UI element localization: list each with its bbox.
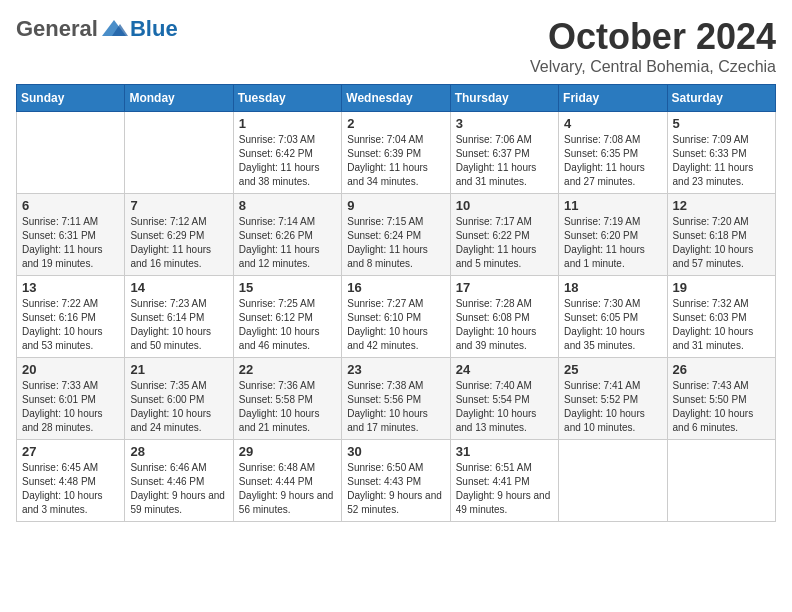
day-number: 12 [673, 198, 770, 213]
location-subtitle: Velvary, Central Bohemia, Czechia [530, 58, 776, 76]
calendar-cell: 3Sunrise: 7:06 AM Sunset: 6:37 PM Daylig… [450, 112, 558, 194]
day-number: 16 [347, 280, 444, 295]
calendar-cell: 6Sunrise: 7:11 AM Sunset: 6:31 PM Daylig… [17, 194, 125, 276]
calendar-cell: 9Sunrise: 7:15 AM Sunset: 6:24 PM Daylig… [342, 194, 450, 276]
calendar-cell: 27Sunrise: 6:45 AM Sunset: 4:48 PM Dayli… [17, 440, 125, 522]
calendar-cell: 16Sunrise: 7:27 AM Sunset: 6:10 PM Dayli… [342, 276, 450, 358]
calendar-table: SundayMondayTuesdayWednesdayThursdayFrid… [16, 84, 776, 522]
day-info: Sunrise: 6:46 AM Sunset: 4:46 PM Dayligh… [130, 461, 227, 517]
day-number: 2 [347, 116, 444, 131]
day-info: Sunrise: 7:35 AM Sunset: 6:00 PM Dayligh… [130, 379, 227, 435]
calendar-cell: 1Sunrise: 7:03 AM Sunset: 6:42 PM Daylig… [233, 112, 341, 194]
day-info: Sunrise: 7:19 AM Sunset: 6:20 PM Dayligh… [564, 215, 661, 271]
calendar-cell: 14Sunrise: 7:23 AM Sunset: 6:14 PM Dayli… [125, 276, 233, 358]
calendar-cell [559, 440, 667, 522]
day-number: 11 [564, 198, 661, 213]
calendar-cell: 18Sunrise: 7:30 AM Sunset: 6:05 PM Dayli… [559, 276, 667, 358]
calendar-cell: 22Sunrise: 7:36 AM Sunset: 5:58 PM Dayli… [233, 358, 341, 440]
day-number: 25 [564, 362, 661, 377]
day-info: Sunrise: 7:36 AM Sunset: 5:58 PM Dayligh… [239, 379, 336, 435]
day-info: Sunrise: 7:20 AM Sunset: 6:18 PM Dayligh… [673, 215, 770, 271]
calendar-week-row: 20Sunrise: 7:33 AM Sunset: 6:01 PM Dayli… [17, 358, 776, 440]
calendar-cell: 5Sunrise: 7:09 AM Sunset: 6:33 PM Daylig… [667, 112, 775, 194]
day-number: 20 [22, 362, 119, 377]
calendar-cell [125, 112, 233, 194]
calendar-cell: 12Sunrise: 7:20 AM Sunset: 6:18 PM Dayli… [667, 194, 775, 276]
day-info: Sunrise: 6:48 AM Sunset: 4:44 PM Dayligh… [239, 461, 336, 517]
day-number: 18 [564, 280, 661, 295]
calendar-cell: 23Sunrise: 7:38 AM Sunset: 5:56 PM Dayli… [342, 358, 450, 440]
calendar-cell: 17Sunrise: 7:28 AM Sunset: 6:08 PM Dayli… [450, 276, 558, 358]
weekday-header-row: SundayMondayTuesdayWednesdayThursdayFrid… [17, 85, 776, 112]
day-info: Sunrise: 7:14 AM Sunset: 6:26 PM Dayligh… [239, 215, 336, 271]
day-info: Sunrise: 7:11 AM Sunset: 6:31 PM Dayligh… [22, 215, 119, 271]
day-info: Sunrise: 7:17 AM Sunset: 6:22 PM Dayligh… [456, 215, 553, 271]
title-area: October 2024 Velvary, Central Bohemia, C… [530, 16, 776, 76]
day-number: 31 [456, 444, 553, 459]
calendar-cell: 28Sunrise: 6:46 AM Sunset: 4:46 PM Dayli… [125, 440, 233, 522]
calendar-week-row: 1Sunrise: 7:03 AM Sunset: 6:42 PM Daylig… [17, 112, 776, 194]
day-info: Sunrise: 7:04 AM Sunset: 6:39 PM Dayligh… [347, 133, 444, 189]
day-info: Sunrise: 7:06 AM Sunset: 6:37 PM Dayligh… [456, 133, 553, 189]
day-info: Sunrise: 7:08 AM Sunset: 6:35 PM Dayligh… [564, 133, 661, 189]
calendar-week-row: 27Sunrise: 6:45 AM Sunset: 4:48 PM Dayli… [17, 440, 776, 522]
calendar-cell: 29Sunrise: 6:48 AM Sunset: 4:44 PM Dayli… [233, 440, 341, 522]
day-number: 15 [239, 280, 336, 295]
day-number: 10 [456, 198, 553, 213]
day-info: Sunrise: 7:38 AM Sunset: 5:56 PM Dayligh… [347, 379, 444, 435]
day-info: Sunrise: 6:51 AM Sunset: 4:41 PM Dayligh… [456, 461, 553, 517]
day-number: 6 [22, 198, 119, 213]
day-number: 13 [22, 280, 119, 295]
day-info: Sunrise: 7:22 AM Sunset: 6:16 PM Dayligh… [22, 297, 119, 353]
day-info: Sunrise: 7:32 AM Sunset: 6:03 PM Dayligh… [673, 297, 770, 353]
day-number: 1 [239, 116, 336, 131]
calendar-week-row: 6Sunrise: 7:11 AM Sunset: 6:31 PM Daylig… [17, 194, 776, 276]
calendar-cell: 21Sunrise: 7:35 AM Sunset: 6:00 PM Dayli… [125, 358, 233, 440]
day-info: Sunrise: 7:40 AM Sunset: 5:54 PM Dayligh… [456, 379, 553, 435]
logo-general: General [16, 16, 98, 42]
day-info: Sunrise: 7:15 AM Sunset: 6:24 PM Dayligh… [347, 215, 444, 271]
calendar-cell: 26Sunrise: 7:43 AM Sunset: 5:50 PM Dayli… [667, 358, 775, 440]
day-info: Sunrise: 6:50 AM Sunset: 4:43 PM Dayligh… [347, 461, 444, 517]
day-number: 9 [347, 198, 444, 213]
day-info: Sunrise: 7:30 AM Sunset: 6:05 PM Dayligh… [564, 297, 661, 353]
calendar-cell: 31Sunrise: 6:51 AM Sunset: 4:41 PM Dayli… [450, 440, 558, 522]
day-number: 3 [456, 116, 553, 131]
weekday-header-sunday: Sunday [17, 85, 125, 112]
day-info: Sunrise: 7:09 AM Sunset: 6:33 PM Dayligh… [673, 133, 770, 189]
calendar-cell: 7Sunrise: 7:12 AM Sunset: 6:29 PM Daylig… [125, 194, 233, 276]
calendar-cell: 2Sunrise: 7:04 AM Sunset: 6:39 PM Daylig… [342, 112, 450, 194]
day-number: 26 [673, 362, 770, 377]
calendar-cell: 30Sunrise: 6:50 AM Sunset: 4:43 PM Dayli… [342, 440, 450, 522]
day-info: Sunrise: 7:41 AM Sunset: 5:52 PM Dayligh… [564, 379, 661, 435]
calendar-cell [667, 440, 775, 522]
day-number: 30 [347, 444, 444, 459]
calendar-cell: 24Sunrise: 7:40 AM Sunset: 5:54 PM Dayli… [450, 358, 558, 440]
calendar-cell: 10Sunrise: 7:17 AM Sunset: 6:22 PM Dayli… [450, 194, 558, 276]
day-number: 7 [130, 198, 227, 213]
calendar-week-row: 13Sunrise: 7:22 AM Sunset: 6:16 PM Dayli… [17, 276, 776, 358]
day-number: 22 [239, 362, 336, 377]
day-info: Sunrise: 7:27 AM Sunset: 6:10 PM Dayligh… [347, 297, 444, 353]
day-number: 4 [564, 116, 661, 131]
day-number: 23 [347, 362, 444, 377]
day-info: Sunrise: 7:28 AM Sunset: 6:08 PM Dayligh… [456, 297, 553, 353]
weekday-header-thursday: Thursday [450, 85, 558, 112]
day-number: 5 [673, 116, 770, 131]
day-info: Sunrise: 7:25 AM Sunset: 6:12 PM Dayligh… [239, 297, 336, 353]
day-number: 24 [456, 362, 553, 377]
weekday-header-monday: Monday [125, 85, 233, 112]
day-number: 29 [239, 444, 336, 459]
weekday-header-friday: Friday [559, 85, 667, 112]
day-number: 8 [239, 198, 336, 213]
calendar-cell: 25Sunrise: 7:41 AM Sunset: 5:52 PM Dayli… [559, 358, 667, 440]
calendar-cell: 19Sunrise: 7:32 AM Sunset: 6:03 PM Dayli… [667, 276, 775, 358]
day-info: Sunrise: 7:43 AM Sunset: 5:50 PM Dayligh… [673, 379, 770, 435]
day-info: Sunrise: 7:12 AM Sunset: 6:29 PM Dayligh… [130, 215, 227, 271]
calendar-cell: 8Sunrise: 7:14 AM Sunset: 6:26 PM Daylig… [233, 194, 341, 276]
day-number: 21 [130, 362, 227, 377]
day-number: 19 [673, 280, 770, 295]
weekday-header-saturday: Saturday [667, 85, 775, 112]
calendar-cell: 4Sunrise: 7:08 AM Sunset: 6:35 PM Daylig… [559, 112, 667, 194]
day-number: 17 [456, 280, 553, 295]
